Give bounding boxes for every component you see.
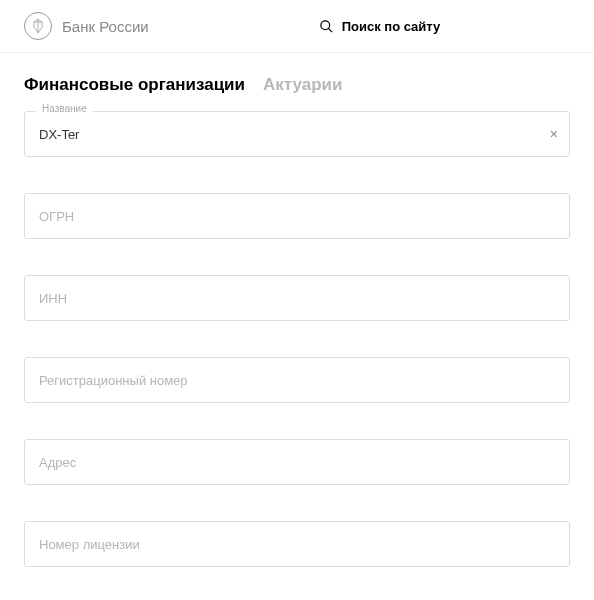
tab-financial-orgs[interactable]: Финансовые организации [24, 75, 245, 95]
logo-icon [24, 12, 52, 40]
logo-block[interactable]: Банк России [24, 12, 149, 40]
svg-line-1 [328, 28, 332, 32]
field-name-wrap: Название × [24, 111, 570, 157]
field-license-wrap [24, 521, 570, 567]
address-input[interactable] [24, 439, 570, 485]
ogrn-input[interactable] [24, 193, 570, 239]
search-label: Поиск по сайту [342, 19, 441, 34]
field-ogrn-wrap [24, 193, 570, 239]
site-name: Банк России [62, 18, 149, 35]
field-inn-wrap [24, 275, 570, 321]
clear-icon[interactable]: × [550, 127, 558, 141]
field-address-wrap [24, 439, 570, 485]
svg-point-0 [321, 20, 330, 29]
site-header: Банк России Поиск по сайту [0, 0, 594, 53]
field-reg-number-wrap [24, 357, 570, 403]
site-search[interactable]: Поиск по сайту [319, 19, 441, 34]
search-icon [319, 19, 334, 34]
license-input[interactable] [24, 521, 570, 567]
tab-actuaries[interactable]: Актуарии [263, 75, 343, 95]
inn-input[interactable] [24, 275, 570, 321]
tabs: Финансовые организации Актуарии [0, 53, 594, 105]
reg-number-input[interactable] [24, 357, 570, 403]
name-label: Название [36, 103, 93, 114]
name-input[interactable] [24, 111, 570, 157]
search-form: Название × Тип организации [0, 105, 594, 600]
